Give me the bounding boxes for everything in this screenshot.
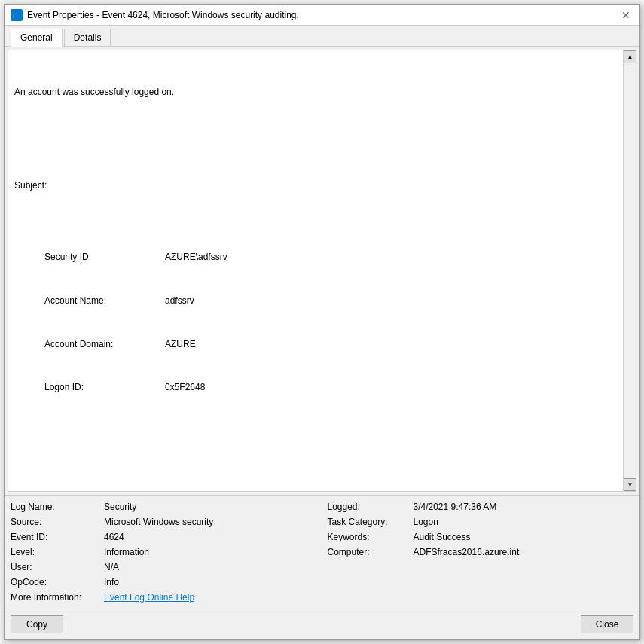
field-row: Logon ID:0x5F2648 [44, 380, 617, 395]
logged-label: Logged: [328, 500, 411, 514]
computer-value: ADFSfracas2016.azure.int [414, 545, 634, 559]
scroll-track [624, 63, 636, 478]
scroll-up-button[interactable]: ▲ [624, 50, 636, 63]
window-close-button[interactable]: ✕ [618, 8, 633, 23]
level-label: Level: [11, 545, 101, 559]
event-properties-window: ! Event Properties - Event 4624, Microso… [4, 4, 640, 640]
info-grid: Log Name: Security Logged: 3/4/2021 9:47… [11, 500, 633, 604]
subject-fields: Security ID:AZURE\adfssrv Account Name:a… [14, 221, 617, 424]
field-row: Account Name:adfssrv [44, 294, 617, 308]
event-id-label: Event ID: [11, 530, 101, 544]
task-category-value: Logon [414, 515, 634, 529]
field-row: Account Domain:AZURE [44, 337, 617, 352]
field-value: adfssrv [165, 295, 194, 306]
keywords-value: Audit Success [414, 530, 634, 544]
svg-text:!: ! [13, 12, 15, 20]
task-category-label: Task Category: [328, 515, 411, 529]
field-value: AZURE [165, 339, 196, 349]
field-value: 0x5F2648 [165, 382, 205, 392]
intro-text: An account was successfully logged on. [14, 85, 617, 99]
tab-general[interactable]: General [11, 29, 63, 47]
event-text-area[interactable]: An account was successfully logged on. S… [8, 50, 623, 491]
tab-details[interactable]: Details [64, 29, 111, 46]
subject-header: Subject: [14, 179, 617, 193]
field-label: Security ID: [44, 250, 165, 264]
close-button[interactable]: Close [581, 615, 633, 633]
opcode-label: OpCode: [11, 575, 101, 589]
more-info-label: More Information: [11, 591, 101, 604]
opcode-value: Info [104, 575, 325, 589]
subject-section: Subject: Security ID:AZURE\adfssrv Accou… [14, 149, 617, 453]
title-bar-left: ! Event Properties - Event 4624, Microso… [11, 9, 299, 21]
window-title: Event Properties - Event 4624, Microsoft… [27, 10, 299, 20]
copy-button[interactable]: Copy [11, 615, 63, 633]
log-name-value: Security [104, 500, 325, 514]
field-label: Account Domain: [44, 337, 165, 352]
user-label: User: [11, 560, 101, 574]
field-row: Security ID:AZURE\adfssrv [44, 250, 617, 264]
user-value: N/A [104, 560, 325, 574]
event-id-value: 4624 [104, 530, 325, 544]
source-label: Source: [11, 515, 101, 529]
logged-value: 3/4/2021 9:47:36 AM [414, 500, 634, 514]
tab-bar: General Details [5, 26, 639, 47]
computer-label: Computer: [328, 545, 411, 559]
scroll-container: An account was successfully logged on. S… [8, 50, 636, 492]
keywords-label: Keywords: [328, 530, 411, 544]
info-panel: Log Name: Security Logged: 3/4/2021 9:47… [5, 495, 639, 609]
field-label: Logon ID: [44, 380, 165, 395]
field-value: AZURE\adfssrv [165, 252, 227, 262]
app-icon: ! [11, 9, 23, 21]
scroll-down-button[interactable]: ▼ [624, 478, 636, 491]
scroll-buttons: ▲ ▼ [623, 50, 636, 491]
title-bar: ! Event Properties - Event 4624, Microso… [5, 5, 639, 26]
level-value: Information [104, 545, 325, 559]
content-area: An account was successfully logged on. S… [5, 47, 639, 609]
log-name-label: Log Name: [11, 500, 101, 514]
event-log-online-help-link[interactable]: Event Log Online Help [104, 591, 325, 604]
field-label: Account Name: [44, 294, 165, 308]
footer: Copy Close [5, 609, 639, 639]
source-value: Microsoft Windows security [104, 515, 325, 529]
